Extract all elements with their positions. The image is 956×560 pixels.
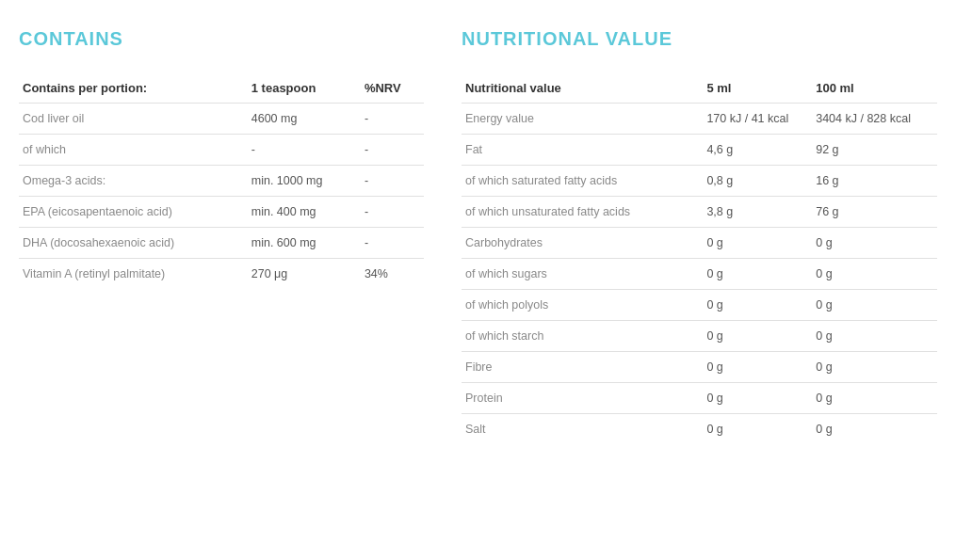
contains-header-row: Contains per portion: 1 teaspoon %NRV — [19, 73, 424, 104]
contains-col-label: Contains per portion: — [19, 73, 248, 104]
nutritional-row-label: of which unsaturated fatty acids — [462, 197, 703, 228]
contains-col-nrv: %NRV — [361, 73, 424, 104]
contains-row-nrv: - — [361, 104, 424, 135]
contains-row-nrv: - — [361, 228, 424, 259]
nutritional-row: of which polyols 0 g 0 g — [462, 290, 937, 321]
nutritional-row-label: Carbohydrates — [462, 228, 703, 259]
contains-row-value: - — [248, 135, 361, 166]
nutritional-row-label: Fat — [462, 135, 703, 166]
nutritional-row-label: of which starch — [462, 321, 703, 352]
nutritional-row: Salt 0 g 0 g — [462, 414, 937, 445]
nutritional-row-label: of which saturated fatty acids — [462, 166, 703, 197]
nutritional-col-100ml: 100 ml — [812, 73, 937, 104]
nutritional-row: of which unsaturated fatty acids 3,8 g 7… — [462, 197, 937, 228]
nutritional-row: of which saturated fatty acids 0,8 g 16 … — [462, 166, 937, 197]
nutritional-table: Nutritional value 5 ml 100 ml Energy val… — [462, 73, 937, 444]
nutritional-col-label: Nutritional value — [462, 73, 703, 104]
contains-row: Cod liver oil 4600 mg - — [19, 104, 424, 135]
contains-row-nrv: - — [361, 166, 424, 197]
contains-row-label: of which — [19, 135, 248, 166]
nutritional-row-5ml: 0,8 g — [703, 166, 812, 197]
nutritional-header-row: Nutritional value 5 ml 100 ml — [462, 73, 937, 104]
contains-row-nrv: 34% — [361, 259, 424, 290]
nutritional-row-label: Energy value — [462, 104, 703, 135]
nutritional-row-5ml: 0 g — [703, 321, 812, 352]
contains-row: of which - - — [19, 135, 424, 166]
nutritional-row: Fibre 0 g 0 g — [462, 352, 937, 383]
nutritional-row-5ml: 3,8 g — [703, 197, 812, 228]
nutritional-row: of which sugars 0 g 0 g — [462, 259, 937, 290]
nutritional-row: Energy value 170 kJ / 41 kcal 3404 kJ / … — [462, 104, 937, 135]
nutritional-row-5ml: 0 g — [703, 414, 812, 445]
nutritional-row-100ml: 3404 kJ / 828 kcal — [812, 104, 937, 135]
contains-row-label: Vitamin A (retinyl palmitate) — [19, 259, 248, 290]
nutritional-row: of which starch 0 g 0 g — [462, 321, 937, 352]
contains-row-nrv: - — [361, 135, 424, 166]
nutritional-row-100ml: 92 g — [812, 135, 937, 166]
nutritional-panel: NUTRITIONAL VALUE Nutritional value 5 ml… — [462, 28, 937, 444]
nutritional-row-5ml: 0 g — [703, 259, 812, 290]
nutritional-row-label: Fibre — [462, 352, 703, 383]
contains-row-label: Cod liver oil — [19, 104, 248, 135]
contains-row-value: min. 1000 mg — [248, 166, 361, 197]
nutritional-row-5ml: 0 g — [703, 290, 812, 321]
contains-row-value: min. 400 mg — [248, 197, 361, 228]
nutritional-row-5ml: 0 g — [703, 383, 812, 414]
nutritional-row-100ml: 0 g — [812, 352, 937, 383]
contains-row-label: DHA (docosahexaenoic acid) — [19, 228, 248, 259]
contains-row-value: min. 600 mg — [248, 228, 361, 259]
contains-row: DHA (docosahexaenoic acid) min. 600 mg - — [19, 228, 424, 259]
contains-row-label: EPA (eicosapentaenoic acid) — [19, 197, 248, 228]
nutritional-row: Carbohydrates 0 g 0 g — [462, 228, 937, 259]
page-container: CONTAINS Contains per portion: 1 teaspoo… — [19, 28, 937, 444]
nutritional-row: Fat 4,6 g 92 g — [462, 135, 937, 166]
contains-title: CONTAINS — [19, 28, 424, 50]
nutritional-row-label: of which sugars — [462, 259, 703, 290]
nutritional-row-100ml: 0 g — [812, 290, 937, 321]
nutritional-row-100ml: 0 g — [812, 321, 937, 352]
nutritional-row-5ml: 0 g — [703, 228, 812, 259]
nutritional-row-5ml: 170 kJ / 41 kcal — [703, 104, 812, 135]
nutritional-row-label: of which polyols — [462, 290, 703, 321]
nutritional-row-label: Salt — [462, 414, 703, 445]
nutritional-row-5ml: 0 g — [703, 352, 812, 383]
contains-row: EPA (eicosapentaenoic acid) min. 400 mg … — [19, 197, 424, 228]
contains-row-value: 270 μg — [248, 259, 361, 290]
contains-row-value: 4600 mg — [248, 104, 361, 135]
contains-row: Vitamin A (retinyl palmitate) 270 μg 34% — [19, 259, 424, 290]
contains-panel: CONTAINS Contains per portion: 1 teaspoo… — [19, 28, 424, 444]
contains-row: Omega-3 acids: min. 1000 mg - — [19, 166, 424, 197]
contains-col-value: 1 teaspoon — [248, 73, 361, 104]
nutritional-row-label: Protein — [462, 383, 703, 414]
nutritional-row-100ml: 0 g — [812, 383, 937, 414]
nutritional-row-5ml: 4,6 g — [703, 135, 812, 166]
nutritional-title: NUTRITIONAL VALUE — [462, 28, 937, 50]
nutritional-row: Protein 0 g 0 g — [462, 383, 937, 414]
contains-row-label: Omega-3 acids: — [19, 166, 248, 197]
contains-row-nrv: - — [361, 197, 424, 228]
nutritional-row-100ml: 0 g — [812, 414, 937, 445]
nutritional-row-100ml: 0 g — [812, 259, 937, 290]
nutritional-row-100ml: 76 g — [812, 197, 937, 228]
nutritional-row-100ml: 16 g — [812, 166, 937, 197]
nutritional-row-100ml: 0 g — [812, 228, 937, 259]
nutritional-col-5ml: 5 ml — [703, 73, 812, 104]
contains-table: Contains per portion: 1 teaspoon %NRV Co… — [19, 73, 424, 289]
